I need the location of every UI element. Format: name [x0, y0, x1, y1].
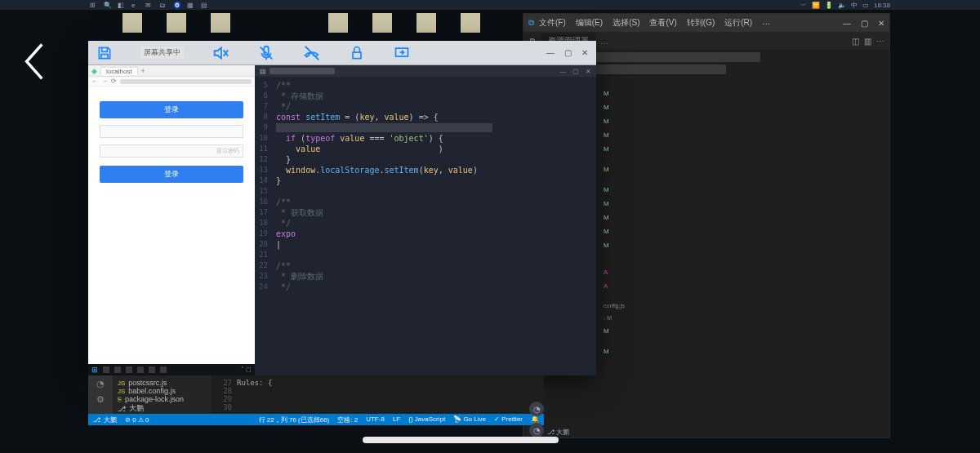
username-field[interactable] — [100, 125, 243, 138]
edge-icon[interactable]: e — [131, 2, 139, 9]
split-icon[interactable]: ◫ — [852, 37, 859, 46]
editor-area[interactable] — [546, 50, 889, 437]
cursor-pos[interactable]: 行 22，列 76 (已选择66) — [259, 415, 330, 424]
chevron-up-icon[interactable]: ﹀ — [800, 1, 807, 10]
menu-select[interactable]: 选择(S) — [612, 17, 639, 29]
system-icons: ⊞ 🔍 ◧ e ✉ 🗂 🧿 ▦ ▤ — [0, 2, 208, 9]
present-icon[interactable] — [393, 45, 411, 61]
file-item[interactable]: ⎘package-lock.json — [118, 395, 206, 403]
menu-goto[interactable]: 转到(G) — [687, 17, 715, 29]
file-item[interactable]: JSbabel.config.js — [118, 387, 206, 395]
eye-icon[interactable]: 显示密码 — [216, 147, 239, 155]
encoding[interactable]: UTF-8 — [366, 415, 385, 424]
tray-up-icon[interactable]: ˄ ▢ — [241, 366, 252, 373]
battery-icon[interactable]: 🔋 — [825, 2, 833, 9]
menu-file[interactable]: 文件(F) — [539, 17, 566, 29]
settings-icon[interactable]: ⚙ — [96, 394, 105, 405]
icon-excel[interactable]: ▦ — [187, 2, 194, 9]
close-icon[interactable]: ✕ — [878, 19, 884, 28]
tab-more[interactable]: … — [600, 37, 608, 46]
spaces[interactable]: 空格: 2 — [337, 415, 358, 424]
avatar[interactable]: ◔ — [529, 402, 544, 416]
speaker-mute-icon[interactable] — [212, 44, 229, 62]
login-header: 登录 — [100, 101, 243, 118]
file-item[interactable]: JSpostcssrc.js — [118, 379, 206, 387]
wifi-icon[interactable]: 🛜 — [812, 2, 820, 9]
back-icon[interactable]: ← — [91, 78, 98, 85]
branch-icon: ⎇ — [93, 416, 100, 424]
minimize-icon[interactable]: — — [559, 68, 566, 75]
menu-run[interactable]: 运行(R) — [724, 17, 752, 29]
thumb[interactable] — [372, 13, 392, 33]
git-marker: M — [604, 348, 625, 355]
git-marker: A — [604, 269, 625, 276]
branch-icon: ⎇ — [118, 405, 126, 413]
menu-view[interactable]: 查看(V) — [649, 17, 676, 29]
mic-mute-icon[interactable] — [257, 44, 275, 62]
thumb[interactable] — [211, 13, 230, 33]
icon-word[interactable]: ▤ — [201, 2, 208, 9]
more-icon[interactable]: ⋯ — [876, 37, 884, 46]
back-button[interactable] — [23, 42, 46, 75]
git-marker: A — [604, 282, 625, 290]
git-marker: M — [604, 200, 625, 207]
minimize-icon[interactable]: — — [546, 48, 555, 57]
store-icon[interactable]: 🧿 — [173, 2, 180, 9]
maximize-icon[interactable]: ▢ — [861, 19, 868, 28]
prettier[interactable]: ✓ Prettier — [494, 415, 523, 424]
lang-js[interactable]: {} JavaScript — [408, 415, 445, 424]
file-icon: JS — [118, 388, 125, 395]
input-icon[interactable]: 中 — [851, 1, 858, 10]
accounts-icon[interactable]: ◔ — [96, 379, 105, 389]
login-button[interactable]: 登录 — [100, 166, 243, 183]
go-live[interactable]: 📡 Go Live — [453, 415, 486, 424]
code-title-bar: ▤ — ▢ ✕ — [255, 65, 596, 77]
new-tab-icon[interactable]: + — [141, 67, 145, 75]
layout-icon[interactable]: ▥ — [864, 37, 871, 46]
close-icon[interactable]: ✕ — [581, 48, 588, 57]
git-marker: M — [604, 104, 625, 111]
search-icon[interactable]: 🔍 — [104, 2, 111, 9]
hangup-icon[interactable] — [303, 44, 321, 62]
thumb[interactable] — [167, 13, 186, 33]
thumb[interactable] — [122, 13, 142, 33]
git-marker: M — [604, 327, 625, 335]
volume-icon[interactable]: 🔈 — [838, 2, 846, 9]
horizontal-scrollbar[interactable] — [363, 437, 559, 443]
reload-icon[interactable]: ⟳ — [111, 78, 117, 85]
git-marker: M — [604, 131, 625, 139]
maximize-icon[interactable]: ▢ — [572, 68, 579, 75]
explorer-icon[interactable]: 🗂 — [159, 2, 167, 9]
menu-edit[interactable]: 编辑(E) — [576, 17, 603, 29]
minimize-icon[interactable]: — — [843, 19, 851, 28]
avatar[interactable]: ◔ — [529, 423, 544, 437]
menu-more[interactable]: … — [762, 17, 770, 29]
line-numbers: 56789101112131415161718192021222324 — [255, 77, 271, 375]
password-field[interactable]: 显示密码 — [100, 144, 243, 158]
thumb[interactable] — [461, 13, 480, 33]
thumb[interactable] — [416, 13, 436, 33]
maximize-icon[interactable]: ▢ — [564, 48, 572, 57]
lock-icon[interactable] — [349, 44, 365, 62]
git-marker: M — [604, 242, 625, 249]
code-editor[interactable]: /** * 存储数据 */ const setItem = (key, valu… — [271, 77, 596, 375]
screen-share-panel: 屏幕共享中 — ▢ ✕ ◆ localhost + — [88, 41, 596, 375]
fwd-icon[interactable]: → — [101, 78, 108, 85]
branch-row[interactable]: ⎇大鹏 — [118, 403, 206, 414]
git-branch[interactable]: ⎇ 大鹏 — [93, 415, 117, 424]
thumb[interactable] — [328, 13, 348, 33]
preview-taskbar: ⊞ ˄ ▢ — [88, 364, 255, 375]
address-bar[interactable]: ← → ⟳ — [88, 77, 255, 87]
save-icon[interactable] — [96, 45, 113, 61]
git-marker: M — [604, 228, 625, 235]
start-icon[interactable]: ⊞ — [91, 366, 98, 374]
close-icon[interactable]: ✕ — [586, 68, 591, 75]
notif-icon[interactable]: ▭ — [862, 2, 869, 9]
mail-icon[interactable]: ✉ — [145, 2, 153, 9]
start-icon[interactable]: ⊞ — [90, 2, 97, 9]
browser-preview: ◆ localhost + ← → ⟳ 登录 显示密码 登录 — [88, 65, 255, 375]
browser-tab[interactable]: localhost — [100, 67, 138, 75]
eol[interactable]: LF — [393, 415, 400, 424]
errors[interactable]: ⊘ 0 ⚠ 0 — [125, 416, 149, 424]
taskview-icon[interactable]: ◧ — [118, 2, 125, 9]
